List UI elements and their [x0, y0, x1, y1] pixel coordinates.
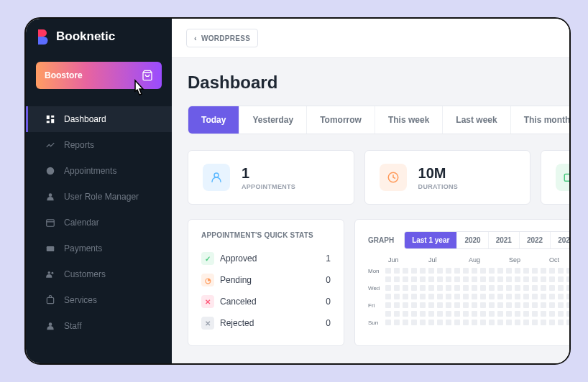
- graph-cell: [549, 294, 555, 299]
- graph-cell: [420, 302, 426, 308]
- graph-cell: [472, 285, 477, 291]
- graph-title: GRAPH: [368, 236, 394, 244]
- graph-cell: [549, 302, 555, 308]
- graph-cell: [532, 320, 538, 325]
- graph-cell: [385, 302, 391, 308]
- graph-months: JunJulAugSepOctNov: [388, 256, 571, 264]
- sidebar-item-services[interactable]: Services: [26, 287, 172, 313]
- quick-stat-label: Approved: [220, 253, 257, 264]
- graph-day-label: Fri: [368, 301, 380, 309]
- sidebar-item-appointments[interactable]: Appointments: [26, 158, 172, 184]
- graph-cell: [420, 311, 426, 317]
- graph-month-label: Oct: [549, 256, 571, 264]
- date-tab[interactable]: Today: [188, 106, 239, 134]
- graph-cell: [532, 276, 538, 282]
- date-tab[interactable]: Tomorrow: [307, 106, 375, 134]
- graph-cell: [566, 320, 571, 325]
- user-icon: [203, 164, 230, 191]
- page: Dashboard TodayYesterdayTomorrowThis wee…: [172, 58, 571, 360]
- sidebar-item-calendar[interactable]: Calendar: [26, 210, 172, 236]
- graph-cell: [420, 285, 426, 291]
- brand: Booknetic: [26, 19, 172, 49]
- sidebar-item-label: Payments: [64, 243, 102, 253]
- sidebar-item-dashboard[interactable]: Dashboard: [26, 106, 172, 132]
- graph-cell: [497, 276, 503, 282]
- sidebar-item-label: Appointments: [64, 166, 116, 176]
- wordpress-back-button[interactable]: ‹ WORDPRESS: [186, 29, 258, 47]
- graph-cell: [428, 320, 434, 325]
- graph-cell: [558, 294, 564, 299]
- stat-card: 1APPOINTMENTS: [188, 150, 354, 205]
- graph-cell: [446, 311, 451, 317]
- sidebar-item-label: Services: [64, 295, 97, 305]
- graph-cell: [566, 294, 571, 299]
- date-tab[interactable]: Yesterday: [239, 106, 307, 134]
- graph-range-tab[interactable]: 2020: [457, 232, 488, 248]
- graph-cell: [549, 311, 555, 317]
- graph-cell: [463, 311, 469, 317]
- graph-month-label: Sep: [509, 256, 549, 264]
- staff-icon: [45, 321, 55, 331]
- graph-cell: [428, 268, 434, 274]
- graph-range-tab[interactable]: Last 1 year: [405, 232, 457, 248]
- graph-cell: [420, 268, 426, 274]
- graph-body: MonWedFriSun: [368, 266, 571, 327]
- graph-cell: [497, 268, 503, 274]
- graph-cell: [480, 302, 486, 308]
- quick-stat-count: 0: [326, 275, 331, 285]
- quick-stats-rows: ✓Approved1◔Pending0✕Canceled0✕Rejected0: [201, 248, 331, 334]
- graph-cell: [541, 302, 546, 308]
- graph-day-label: Mon: [368, 266, 380, 275]
- graph-cell: [515, 268, 520, 274]
- date-tab[interactable]: This month: [511, 106, 571, 134]
- svg-rect-11: [47, 298, 53, 304]
- wordpress-label: WORDPRESS: [201, 34, 250, 42]
- graph-cell: [523, 268, 529, 274]
- sidebar-item-label: Dashboard: [64, 114, 106, 124]
- graph-range-tab[interactable]: 2022: [520, 232, 551, 248]
- graph-cell: [428, 276, 434, 282]
- graph-cell: [411, 268, 417, 274]
- graph-cell: [523, 320, 529, 325]
- graph-cell: [437, 320, 443, 325]
- graph-cell: [523, 302, 529, 308]
- graph-cell: [558, 320, 564, 325]
- graph-cell: [506, 320, 512, 325]
- svg-rect-2: [51, 119, 54, 123]
- sidebar-item-user-role[interactable]: User Role Manager: [26, 184, 172, 210]
- date-tab[interactable]: Last week: [443, 106, 510, 134]
- svg-rect-0: [47, 116, 50, 119]
- cursor-pointer-icon: [130, 79, 149, 102]
- graph-cell: [515, 320, 520, 325]
- graph-cell: [420, 294, 426, 299]
- graph-cell: [506, 294, 512, 299]
- date-tab[interactable]: This week: [375, 106, 443, 134]
- graph-cell: [566, 276, 571, 282]
- svg-rect-1: [51, 116, 54, 118]
- boostore-button[interactable]: Boostore: [36, 62, 162, 89]
- graph-cell: [523, 276, 529, 282]
- graph-range-tab[interactable]: 2023: [551, 232, 571, 248]
- sidebar-item-staff[interactable]: Staff: [26, 313, 172, 339]
- sidebar-item-customers[interactable]: Customers: [26, 261, 172, 287]
- graph-cell: [541, 276, 546, 282]
- status-icon: ✕: [201, 295, 214, 308]
- quick-stat-row: ✓Approved1: [201, 248, 331, 269]
- quick-stat-count: 0: [326, 318, 331, 328]
- graph-range-tab[interactable]: 2021: [489, 232, 520, 248]
- graph-header: GRAPH Last 1 year20202021202220232024: [368, 231, 571, 249]
- sidebar-item-payments[interactable]: Payments: [26, 236, 172, 261]
- graph-cell: [454, 294, 460, 299]
- graph-cell: [394, 320, 400, 325]
- graph-cell: [394, 311, 400, 317]
- graph-day-label: [368, 309, 380, 318]
- graph-cell: [549, 268, 555, 274]
- stat-card: 10MDURATIONS: [364, 150, 531, 205]
- sidebar-item-reports[interactable]: Reports: [26, 132, 172, 158]
- graph-cell: [558, 268, 564, 274]
- graph-cell: [403, 302, 408, 308]
- svg-point-12: [49, 322, 52, 326]
- svg-rect-15: [564, 174, 571, 182]
- graph-cell: [472, 302, 477, 308]
- graph-cell: [480, 276, 486, 282]
